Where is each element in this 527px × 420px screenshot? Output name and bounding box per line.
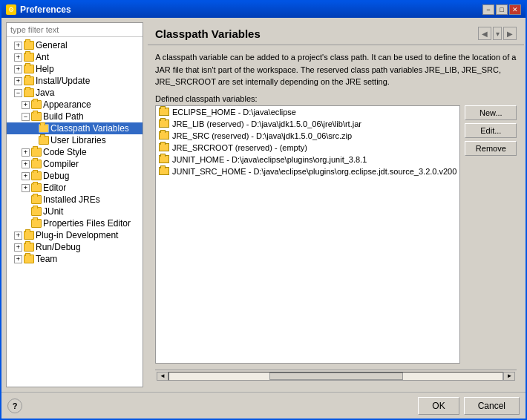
sidebar-item-install-update[interactable]: + Install/Update xyxy=(7,75,143,87)
remove-button[interactable]: Remove xyxy=(465,141,517,156)
list-item-label-2: JRE_SRC (reserved) - D:\java\jdk1.5.0_06… xyxy=(172,131,352,140)
sidebar-item-code-style[interactable]: + Code Style xyxy=(7,146,143,158)
sidebar-item-help[interactable]: + Help xyxy=(7,63,143,75)
sidebar-item-plug-in-development[interactable]: + Plug-in Development xyxy=(7,229,143,241)
titlebar: ⚙ Preferences − □ ✕ xyxy=(1,1,526,18)
nav-back-button[interactable]: ◀ xyxy=(478,27,491,40)
right-header: Classpath Variables ◀ ▾ ▶ xyxy=(148,22,524,45)
sidebar-item-installed-jres[interactable]: Installed JREs xyxy=(7,194,143,206)
new-button[interactable]: New... xyxy=(465,105,517,120)
sidebar-item-label-run-debug: Run/Debug xyxy=(36,242,81,252)
folder-icon-classpath-variables xyxy=(39,124,49,133)
sidebar-item-user-libraries[interactable]: User Libraries xyxy=(7,134,143,146)
sidebar-item-run-debug[interactable]: + Run/Debug xyxy=(7,241,143,253)
sidebar-item-classpath-variables[interactable]: Classpath Variables xyxy=(7,122,143,134)
list-section: Defined classpath variables: ECLIPSE_HOM… xyxy=(155,94,517,364)
bottom-right-buttons: OK Cancel xyxy=(418,397,520,415)
filter-input[interactable] xyxy=(7,23,143,37)
expand-icon-build-path[interactable]: − xyxy=(22,113,30,121)
expand-icon-appearance[interactable]: + xyxy=(22,101,30,109)
expand-icon-install-update[interactable]: + xyxy=(14,77,22,85)
sidebar-item-java[interactable]: − Java xyxy=(7,87,143,99)
expand-icon-ant[interactable]: + xyxy=(14,53,22,62)
expand-icon-java[interactable]: − xyxy=(14,89,22,97)
list-item-label-5: JUNIT_SRC_HOME - D:\java\eclipse\plugins… xyxy=(172,167,456,176)
sidebar-item-debug[interactable]: + Debug xyxy=(7,170,143,182)
expand-icon-editor[interactable]: + xyxy=(22,184,30,192)
cp-folder-icon-4 xyxy=(159,155,169,163)
sidebar-item-compiler[interactable]: + Compiler xyxy=(7,158,143,170)
sidebar-item-label-user-libraries: User Libraries xyxy=(50,135,106,145)
right-panel-title: Classpath Variables xyxy=(155,27,261,40)
folder-icon-junit xyxy=(31,207,42,216)
sidebar-item-ant[interactable]: + Ant xyxy=(7,51,143,63)
folder-icon-compiler xyxy=(31,160,42,168)
edit-button[interactable]: Edit... xyxy=(465,123,517,138)
expand-icon-general[interactable]: + xyxy=(14,42,22,50)
expand-icon-debug[interactable]: + xyxy=(22,172,30,180)
folder-icon-editor xyxy=(31,183,42,192)
right-panel: Classpath Variables ◀ ▾ ▶ A classpath va… xyxy=(148,22,524,387)
folder-icon-build-path xyxy=(31,112,42,121)
help-button[interactable]: ? xyxy=(7,398,22,413)
sidebar-item-label-editor: Editor xyxy=(43,183,66,193)
list-item-label-1: JRE_LIB (reserved) - D:\java\jdk1.5.0_06… xyxy=(172,119,361,128)
scroll-left-button[interactable]: ◄ xyxy=(157,372,168,381)
expand-icon-plug-in-development[interactable]: + xyxy=(14,232,22,240)
cancel-button[interactable]: Cancel xyxy=(464,397,520,415)
sidebar-item-general[interactable]: + General xyxy=(7,39,143,51)
preferences-window: ⚙ Preferences − □ ✕ + General + xyxy=(0,0,527,420)
folder-icon-installed-jres xyxy=(31,195,42,204)
folder-icon-user-libraries xyxy=(39,136,49,145)
list-item[interactable]: JRE_SRC (reserved) - D:\java\jdk1.5.0_06… xyxy=(156,130,459,142)
sidebar-item-appearance[interactable]: + Appearance xyxy=(7,99,143,111)
list-item[interactable]: JUNIT_SRC_HOME - D:\java\eclipse\plugins… xyxy=(156,165,459,177)
tree-area: + General + Ant + Help + xyxy=(7,37,143,387)
sidebar-item-label-install-update: Install/Update xyxy=(36,76,90,86)
classpath-list[interactable]: ECLIPSE_HOME - D:\java\eclipse JRE_LIB (… xyxy=(155,105,460,364)
sidebar-item-label-compiler: Compiler xyxy=(43,159,79,169)
sidebar-item-label-plug-in-development: Plug-in Development xyxy=(36,230,118,240)
ok-button[interactable]: OK xyxy=(418,397,459,415)
sidebar-item-team[interactable]: + Team xyxy=(7,253,143,265)
scrollbar-track[interactable] xyxy=(168,372,503,381)
cp-folder-icon-3 xyxy=(159,143,169,151)
nav-forward-button[interactable]: ▶ xyxy=(503,27,517,40)
list-item[interactable]: JRE_SRCROOT (reserved) - (empty) xyxy=(156,142,459,154)
folder-icon-properties-files-editor xyxy=(31,219,42,228)
scrollbar-thumb[interactable] xyxy=(269,373,403,380)
expand-icon-code-style[interactable]: + xyxy=(22,148,30,157)
expand-icon-team[interactable]: + xyxy=(14,255,22,263)
folder-icon-java xyxy=(24,88,34,97)
list-item[interactable]: JUNIT_HOME - D:\java\eclipse\plugins\org… xyxy=(156,154,459,165)
sidebar-item-build-path[interactable]: − Build Path xyxy=(7,111,143,122)
folder-icon-install-update xyxy=(24,76,34,85)
sidebar-item-junit[interactable]: JUnit xyxy=(7,206,143,217)
list-item-label-0: ECLIPSE_HOME - D:\java\eclipse xyxy=(172,108,296,117)
expand-icon-compiler[interactable]: + xyxy=(22,160,30,168)
folder-icon-code-style xyxy=(31,148,42,157)
scroll-right-button[interactable]: ► xyxy=(503,372,515,381)
sidebar-item-label-properties-files-editor: Properties Files Editor xyxy=(43,218,131,229)
expand-icon-help[interactable]: + xyxy=(14,65,22,73)
sidebar-item-label-classpath-variables: Classpath Variables xyxy=(50,123,129,134)
description-text: A classpath variable can be added to a p… xyxy=(155,51,517,88)
list-item[interactable]: ECLIPSE_HOME - D:\java\eclipse xyxy=(156,106,459,118)
minimize-button[interactable]: − xyxy=(482,4,494,15)
sidebar-item-editor[interactable]: + Editor xyxy=(7,182,143,194)
sidebar-item-label-help: Help xyxy=(36,64,54,74)
scrollbar-area: ◄ ► xyxy=(155,370,517,381)
list-label: Defined classpath variables: xyxy=(155,94,517,103)
sidebar-item-label-team: Team xyxy=(36,254,57,264)
folder-icon-debug xyxy=(31,171,42,180)
expand-icon-run-debug[interactable]: + xyxy=(14,243,22,252)
maximize-button[interactable]: □ xyxy=(496,4,508,15)
cp-folder-icon-1 xyxy=(159,119,169,128)
folder-icon-plug-in-development xyxy=(24,231,34,240)
nav-buttons: ◀ ▾ ▶ xyxy=(478,27,517,40)
sidebar-item-properties-files-editor[interactable]: Properties Files Editor xyxy=(7,217,143,229)
list-item[interactable]: JRE_LIB (reserved) - D:\java\jdk1.5.0_06… xyxy=(156,118,459,130)
window-icon: ⚙ xyxy=(6,4,16,15)
nav-dropdown-button[interactable]: ▾ xyxy=(493,27,502,40)
close-button[interactable]: ✕ xyxy=(509,4,521,15)
